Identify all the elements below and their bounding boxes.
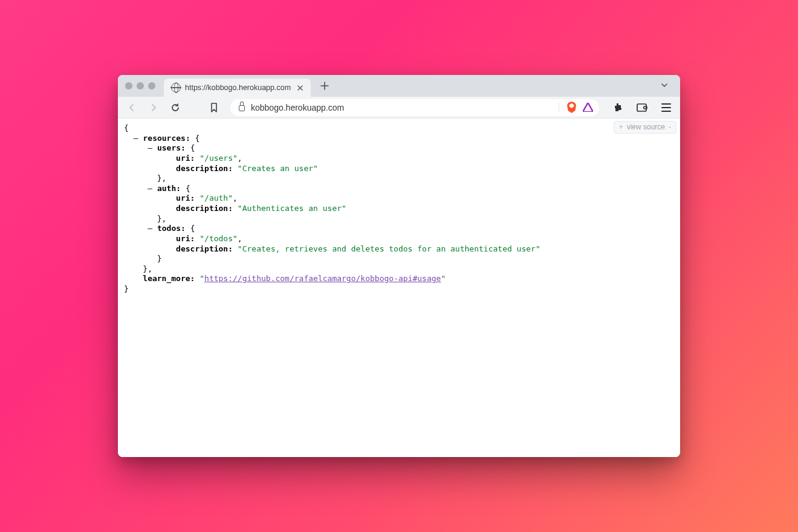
extensions-button[interactable] (610, 100, 626, 115)
close-tab-icon[interactable] (295, 83, 305, 92)
json-key: description: (176, 164, 233, 173)
globe-icon (171, 83, 181, 92)
json-output: { – resources: { – users: { uri: "/users… (124, 123, 674, 294)
wallet-button[interactable] (634, 100, 650, 115)
address-bar[interactable]: kobbogo.herokuapp.com (230, 99, 599, 116)
json-string: "/users" (199, 154, 238, 163)
new-tab-button[interactable] (317, 78, 332, 94)
lock-icon (239, 105, 245, 111)
toolbar-right (610, 100, 674, 115)
vs-plus: + (619, 123, 623, 132)
view-source-label: view source (627, 123, 665, 132)
tab-bar: https://kobbogo.herokuapp.com (118, 75, 680, 97)
browser-window: https://kobbogo.herokuapp.com kobbogo.he… (118, 75, 680, 457)
toolbar: kobbogo.herokuapp.com (118, 97, 680, 118)
bookmark-button[interactable] (206, 100, 222, 115)
json-key: learn_more: (143, 274, 195, 283)
json-key: uri: (176, 234, 195, 243)
browser-tab[interactable]: https://kobbogo.herokuapp.com (164, 79, 311, 97)
json-key: description: (176, 204, 233, 213)
vs-minus: - (669, 123, 671, 132)
tabs-dropdown-icon[interactable] (657, 78, 672, 94)
json-key: uri: (176, 193, 195, 203)
window-controls (125, 82, 155, 89)
reload-button[interactable] (167, 100, 183, 115)
learn-more-link[interactable]: https://github.com/rafaelcamargo/kobbogo… (204, 274, 441, 283)
collapse-icon[interactable]: – (134, 134, 138, 144)
collapse-icon[interactable]: – (148, 184, 152, 194)
tab-title: https://kobbogo.herokuapp.com (185, 83, 291, 92)
window-maximize-dot[interactable] (148, 82, 155, 89)
view-source-toggle[interactable]: + view source - (614, 121, 676, 134)
json-key: users: (157, 143, 186, 152)
window-close-dot[interactable] (125, 82, 132, 89)
json-key: uri: (176, 154, 195, 163)
json-key: auth: (157, 184, 181, 193)
json-string: "Creates an user" (238, 164, 318, 173)
svg-rect-0 (637, 104, 646, 111)
collapse-icon[interactable]: – (148, 143, 152, 154)
json-key: description: (176, 244, 233, 253)
page-content: + view source - { – resources: { – users… (118, 118, 680, 457)
json-string: "/auth" (199, 193, 233, 203)
json-key: todos: (157, 224, 186, 233)
collapse-icon[interactable]: – (148, 224, 152, 234)
json-key: resources: (143, 134, 190, 143)
brave-shield-icon[interactable] (566, 102, 577, 113)
extension-badges (559, 102, 593, 113)
url-text: kobbogo.herokuapp.com (251, 103, 344, 112)
brave-rewards-icon[interactable] (583, 103, 593, 112)
json-string: "Creates, retrieves and deletes todos fo… (238, 244, 540, 253)
window-minimize-dot[interactable] (137, 82, 144, 89)
forward-button[interactable] (146, 100, 161, 115)
json-string: "/todos" (199, 234, 238, 243)
json-string: "Authenticates an user" (238, 204, 346, 213)
back-button[interactable] (124, 100, 140, 115)
svg-rect-1 (644, 106, 647, 109)
menu-button[interactable] (658, 100, 674, 115)
